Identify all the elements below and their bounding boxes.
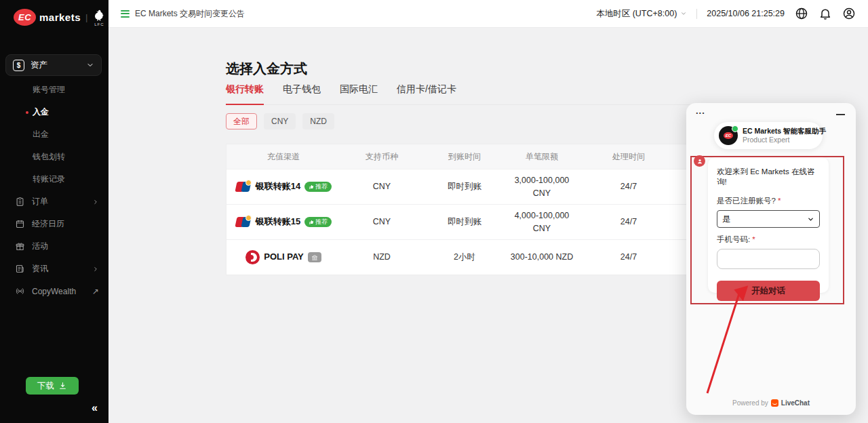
account-icon[interactable]	[842, 7, 856, 20]
sidebar-collapse-button[interactable]: «	[92, 402, 98, 414]
lfc-label: LFC	[94, 22, 104, 26]
dollar-icon: $	[13, 60, 24, 71]
clipboard-icon	[15, 197, 25, 207]
livechat-icon	[771, 399, 778, 407]
person-icon	[696, 158, 703, 165]
cell-limit: 300-10,000 NZD	[506, 251, 578, 263]
selected-option: 是	[722, 214, 730, 225]
calendar-icon	[15, 219, 25, 229]
start-chat-button[interactable]: 开始对话	[717, 281, 820, 301]
chat-footer: Powered by LiveChat	[686, 399, 856, 407]
agent-card: EC EC Markets 智能客服助手 Product Expert	[714, 122, 823, 149]
menu-label: 资讯	[32, 263, 92, 275]
cell-arrival: 2小时	[423, 251, 506, 263]
phone-label: 手机号码:*	[717, 235, 820, 245]
bank-badge	[308, 252, 321, 262]
sidebar-item-assets[interactable]: $ 资产	[5, 54, 102, 76]
sidebar-item-deposit[interactable]: 入金	[0, 101, 108, 123]
menu-label: 订单	[32, 196, 92, 207]
datetime-display: 2025/10/06 21:25:29	[707, 9, 785, 18]
filter-cny[interactable]: CNY	[264, 113, 296, 129]
sidebar-item-account-management[interactable]: 账号管理	[0, 79, 108, 101]
cell-hours: 24/7	[578, 180, 679, 193]
bank-icon	[311, 254, 318, 261]
cell-hours: 24/7	[578, 251, 679, 263]
thumbs-up-icon	[309, 184, 314, 190]
news-icon	[15, 264, 25, 274]
cell-arrival: 即时到账	[423, 180, 506, 193]
registered-select[interactable]: 是	[717, 210, 820, 228]
sidebar: EC markets | LFC $ 资产 账号管理 入金 出金 钱包划转	[0, 0, 108, 423]
recommend-badge: 推荐	[304, 182, 332, 192]
cell-currency: CNY	[340, 216, 423, 228]
submenu-label: 钱包划转	[33, 151, 65, 163]
chevron-down-icon	[680, 10, 687, 17]
chevron-down-icon	[86, 61, 94, 69]
cell-currency: CNY	[340, 180, 423, 193]
download-icon	[58, 382, 67, 390]
divider	[696, 9, 697, 19]
recommend-badge: 推荐	[304, 217, 332, 227]
livechat-brand[interactable]: LiveChat	[781, 399, 810, 407]
page-title: 选择入金方式	[226, 60, 307, 78]
submenu-label: 账号管理	[33, 84, 65, 96]
cell-limit: 4,000-100,000 CNY	[506, 209, 578, 234]
agent-name: EC Markets 智能客服助手	[743, 127, 826, 136]
chevron-right-icon	[92, 266, 99, 273]
gift-icon	[15, 241, 25, 251]
liver-bird-icon	[92, 8, 106, 23]
poli-pay-icon	[245, 250, 260, 264]
filter-nzd[interactable]: NZD	[302, 113, 334, 129]
sidebar-item-copywealth[interactable]: CopyWealth ↗	[0, 280, 108, 302]
header-arrival: 到账时间	[423, 151, 506, 163]
sidebar-item-activities[interactable]: 活动	[0, 235, 108, 258]
timezone-selector[interactable]: 本地时区 (UTC+8:00)	[596, 8, 687, 20]
sidebar-item-withdraw[interactable]: 出金	[0, 123, 108, 146]
unionpay-icon	[235, 181, 252, 193]
tab-ewallet[interactable]: 电子钱包	[283, 83, 321, 96]
chat-minimize-button[interactable]	[836, 114, 845, 115]
livechat-widget: ... EC EC Markets 智能客服助手 Product Expert …	[686, 103, 856, 415]
download-button[interactable]: 下载	[26, 377, 79, 395]
external-link-icon: ↗	[92, 287, 99, 296]
sidebar-menu: 订单 经济日历 活动 资讯	[0, 190, 108, 302]
channel-name: 银联转账15	[256, 216, 300, 228]
cell-limit: 3,000-100,000 CNY	[506, 174, 578, 199]
menu-label: 经济日历	[32, 218, 99, 230]
timezone-label: 本地时区 (UTC+8:00)	[596, 8, 677, 20]
broadcast-icon	[15, 286, 25, 296]
tab-credit-debit-card[interactable]: 信用卡/借记卡	[397, 83, 456, 96]
download-label: 下载	[37, 380, 54, 392]
filter-all[interactable]: 全部	[226, 113, 257, 129]
phone-input[interactable]	[717, 249, 820, 269]
bot-message-avatar	[694, 155, 705, 167]
sidebar-item-news[interactable]: 资讯	[0, 258, 108, 280]
brand-logo[interactable]: EC markets | LFC	[0, 0, 108, 26]
badge-label: 推荐	[315, 218, 328, 226]
sidebar-item-orders[interactable]: 订单	[0, 190, 108, 213]
notifications-bell-icon[interactable]	[818, 7, 832, 20]
submenu-label: 转账记录	[33, 174, 65, 185]
sidebar-item-transfer-records[interactable]: 转账记录	[0, 168, 108, 190]
currency-filters: 全部 CNY NZD	[226, 113, 334, 129]
tab-bank-transfer[interactable]: 银行转账	[226, 83, 264, 96]
cell-currency: NZD	[340, 251, 423, 263]
chevron-down-icon	[807, 216, 814, 223]
logo-wordmark: markets	[39, 12, 81, 23]
submenu-label: 出金	[33, 129, 49, 140]
channel-name: POLI PAY	[264, 251, 304, 264]
agent-avatar: EC	[719, 126, 738, 145]
announcement-text: EC Markets 交易时间变更公告	[135, 8, 245, 20]
assets-submenu: 账号管理 入金 出金 钱包划转 转账记录	[0, 79, 108, 190]
globe-icon[interactable]	[795, 7, 808, 20]
sidebar-item-wallet-transfer[interactable]: 钱包划转	[0, 146, 108, 168]
sidebar-item-economic-calendar[interactable]: 经济日历	[0, 213, 108, 235]
announcement-link[interactable]: EC Markets 交易时间变更公告	[121, 8, 245, 20]
tab-international-wire[interactable]: 国际电汇	[340, 83, 378, 96]
ec-logo-icon: EC	[14, 9, 36, 26]
active-dot-icon	[26, 111, 28, 114]
chat-menu-button[interactable]: ...	[696, 106, 705, 116]
cell-arrival: 即时到账	[423, 216, 506, 228]
chevron-right-icon	[92, 199, 99, 205]
assets-label: 资产	[31, 60, 86, 71]
